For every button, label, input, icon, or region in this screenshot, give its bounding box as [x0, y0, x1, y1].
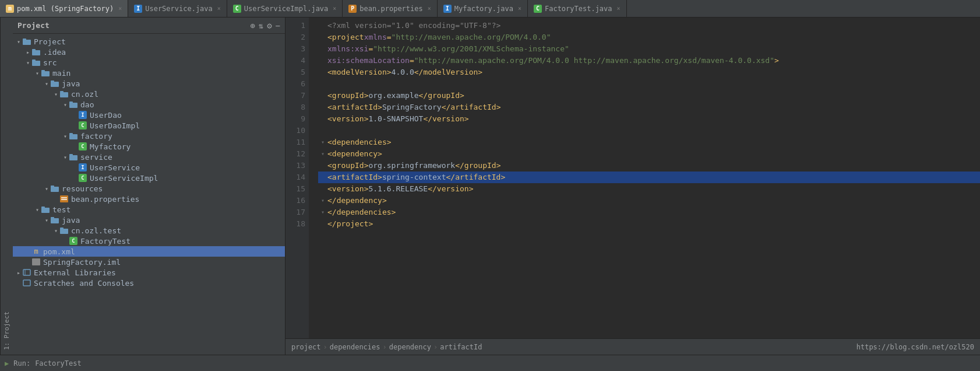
- tab-close-myfactory[interactable]: ×: [518, 5, 521, 12]
- tab-close-userserviceimpl[interactable]: ×: [333, 5, 336, 12]
- tab-close-beanprops[interactable]: ×: [428, 5, 431, 12]
- tab-close-pom[interactable]: ×: [118, 5, 122, 12]
- code-segment: artifactId: [450, 102, 496, 113]
- line-num-15: 15: [285, 183, 305, 195]
- tree-item-resources[interactable]: ▾resources: [13, 183, 285, 194]
- tab-label-myfactory: Myfactory.java: [454, 5, 513, 13]
- tree-arrow-idea: ▸: [24, 48, 31, 55]
- code-segment: org.example: [368, 90, 418, 102]
- code-segment: groupId: [428, 90, 460, 102]
- tab-icon-myfactory: I: [443, 5, 452, 13]
- tree-item-test_java[interactable]: ▾java: [13, 215, 285, 225]
- add-content-icon[interactable]: ⊕: [250, 21, 255, 30]
- svg-rect-28: [60, 228, 64, 229]
- tree-item-pom_file[interactable]: mpom.xml: [13, 246, 285, 257]
- code-segment: </: [423, 113, 432, 125]
- svg-rect-0: [23, 40, 31, 45]
- code-segment: artifactId: [332, 172, 378, 183]
- tree-item-cn_ozl[interactable]: ▾cn.ozl: [13, 89, 285, 99]
- tree-item-userserviceimpl_file[interactable]: CUserServiceImpl: [13, 173, 285, 183]
- run-name: FactoryTest: [35, 359, 81, 368]
- tree-arrow-service: ▾: [62, 153, 69, 160]
- tree-arrow-pom_file: [24, 248, 31, 255]
- code-segment: project: [337, 218, 369, 230]
- tree-label-dao: dao: [80, 100, 94, 109]
- tab-close-userservice[interactable]: ×: [217, 5, 221, 12]
- close-sidebar-icon[interactable]: −: [276, 21, 280, 30]
- tree-item-userdaoimpl[interactable]: CUserDaoImpl: [13, 120, 285, 131]
- code-segment: spring-context: [382, 172, 446, 183]
- line-num-8: 8: [285, 102, 305, 113]
- code-segment: SpringFactory: [382, 102, 442, 113]
- tree-label-userdao: UserDao: [90, 111, 122, 120]
- project-tab[interactable]: 1: Project: [0, 18, 13, 355]
- tree-item-userdao[interactable]: IUserDao: [13, 110, 285, 120]
- line-num-6: 6: [285, 78, 305, 90]
- tree-item-service[interactable]: ▾service: [13, 152, 285, 162]
- breadcrumb: project›dependencies›dependency›artifact…: [291, 343, 482, 351]
- tree-item-myfactory_file[interactable]: CMyfactory: [13, 141, 285, 152]
- code-area[interactable]: <?xml version="1.0" encoding="UTF-8"?><p…: [309, 18, 980, 338]
- line-num-1: 1: [285, 20, 305, 32]
- tree-arrow-userservice_file: [71, 164, 78, 171]
- tree-label-springfactory_iml: SpringFactory.iml: [43, 258, 121, 267]
- tree-item-src[interactable]: ▾src: [13, 57, 285, 68]
- code-segment: >: [496, 160, 501, 172]
- code-segment: groupId: [332, 160, 364, 172]
- fold-17: ▾: [318, 206, 327, 218]
- tree-item-dao[interactable]: ▾dao: [13, 99, 285, 110]
- code-segment: =: [410, 55, 414, 66]
- tab-close-factorytest[interactable]: ×: [617, 5, 621, 12]
- tab-beanprops[interactable]: Pbean.properties×: [343, 0, 437, 17]
- tab-pom[interactable]: mpom.xml (SpringFactory)×: [0, 0, 128, 17]
- tree-label-test: test: [52, 205, 70, 214]
- sync-icon[interactable]: ⇅: [259, 21, 263, 30]
- tree-label-cn_ozl_test: cn.ozl.test: [71, 226, 121, 235]
- tree-label-bean_props: bean.properties: [71, 195, 139, 204]
- file-tree: ▾Project▸.idea▾src▾main▾java▾cn.ozl▾daoI…: [13, 34, 285, 355]
- code-segment: </: [446, 172, 456, 183]
- code-segment: xmlns:xsi: [327, 43, 368, 55]
- tree-item-ext_libs[interactable]: ▸External Libraries: [13, 267, 285, 278]
- breadcrumb-item-0: project: [291, 343, 321, 351]
- tab-myfactory[interactable]: IMyfactory.java×: [438, 0, 528, 17]
- tree-item-springfactory_iml[interactable]: SpringFactory.iml: [13, 257, 285, 267]
- code-segment: =: [368, 43, 373, 55]
- settings-icon[interactable]: ⚙: [267, 21, 272, 30]
- tree-item-java[interactable]: ▾java: [13, 78, 285, 89]
- tree-arrow-java: ▾: [43, 80, 50, 87]
- code-segment: >: [378, 148, 382, 160]
- tree-item-test[interactable]: ▾test: [13, 204, 285, 215]
- tree-label-myfactory_file: Myfactory: [90, 142, 131, 151]
- code-segment: >: [774, 55, 779, 66]
- code-segment: org.springframework: [368, 160, 455, 172]
- tab-userservice[interactable]: IUserService.java×: [128, 0, 227, 17]
- tab-userserviceimpl[interactable]: CUserServiceImpl.java×: [227, 0, 343, 17]
- tree-item-factorytest_file[interactable]: CFactoryTest: [13, 236, 285, 246]
- tree-label-main: main: [52, 69, 70, 78]
- tree-label-test_java: java: [62, 216, 80, 225]
- code-segment: </: [327, 195, 337, 206]
- tree-item-idea[interactable]: ▸.idea: [13, 47, 285, 57]
- code-segment: project: [332, 32, 364, 43]
- code-line-9: <version>1.0-SNAPSHOT</version>: [318, 113, 980, 125]
- tree-item-factory[interactable]: ▾factory: [13, 131, 285, 141]
- tree-item-project[interactable]: ▾Project: [13, 36, 285, 47]
- tree-item-bean_props[interactable]: bean.properties: [13, 194, 285, 204]
- code-line-17: ▾ </dependencies>: [318, 206, 980, 218]
- code-segment: artifactId: [455, 172, 500, 183]
- line-num-5: 5: [285, 66, 305, 78]
- tree-item-userservice_file[interactable]: IUserService: [13, 162, 285, 173]
- line-num-13: 13: [285, 160, 305, 172]
- tree-item-cn_ozl_test[interactable]: ▾cn.ozl.test: [13, 225, 285, 236]
- tab-factorytest[interactable]: CFactoryTest.java×: [528, 0, 627, 17]
- line-num-10: 10: [285, 125, 305, 136]
- code-segment: <: [327, 172, 332, 183]
- tree-item-main[interactable]: ▾main: [13, 68, 285, 78]
- tree-icon-dao: [69, 100, 78, 109]
- tree-label-resources: resources: [62, 184, 103, 193]
- breadcrumb-sep-1: ›: [383, 343, 387, 351]
- tree-icon-project: [22, 37, 31, 46]
- tree-item-scratches[interactable]: Scratches and Consoles: [13, 278, 285, 288]
- editor-content: 123456789101112131415161718 <?xml versio…: [285, 18, 980, 338]
